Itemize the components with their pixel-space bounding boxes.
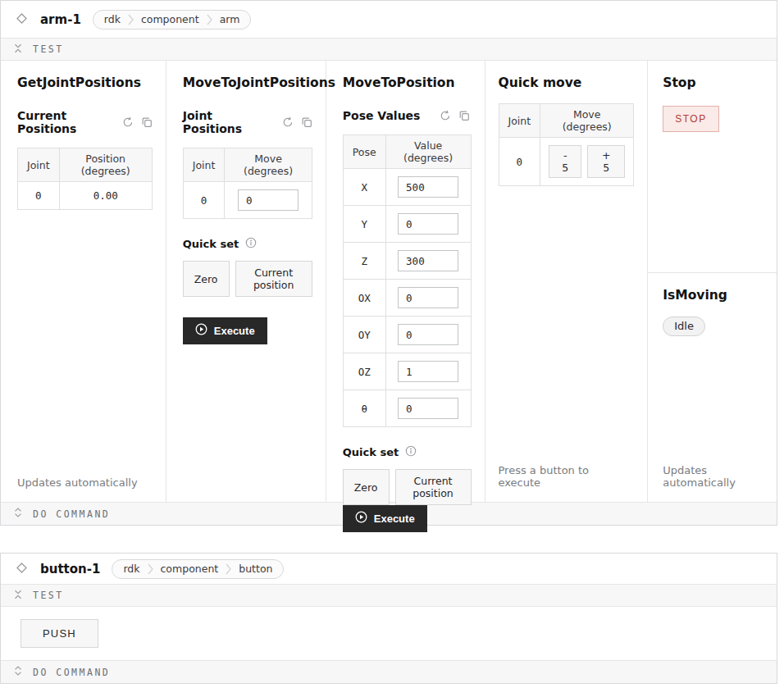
- table-row: 0 - 5 + 5: [499, 138, 634, 186]
- stop-ismoving-panel: Stop STOP IsMoving Idle Updates automati…: [648, 61, 777, 502]
- breadcrumb: rdk component arm: [93, 10, 252, 30]
- column-header: Move (degrees): [540, 104, 634, 138]
- pose-oy-input[interactable]: [398, 324, 458, 345]
- pose-label: Y: [343, 206, 385, 243]
- panel-title: GetJointPositions: [17, 75, 141, 90]
- pose-label: X: [343, 169, 385, 206]
- panel-title: MoveToPosition: [343, 75, 455, 90]
- component-name: button-1: [40, 562, 100, 576]
- column-header: Position (degrees): [59, 148, 152, 182]
- zero-button[interactable]: Zero: [343, 469, 390, 505]
- breadcrumb-item: arm: [220, 13, 240, 25]
- panel-title: Quick move: [499, 75, 582, 90]
- move-plus-5-button[interactable]: + 5: [587, 145, 625, 178]
- arm-card-header: arm-1 rdk component arm: [1, 1, 777, 38]
- table-title: Joint Positions: [183, 109, 262, 135]
- pose-label: θ: [343, 390, 385, 427]
- refresh-icon[interactable]: [440, 110, 451, 121]
- pose-theta-input[interactable]: [398, 398, 458, 419]
- table-row: Y: [343, 206, 471, 243]
- auto-update-note: Updates automatically: [663, 464, 763, 489]
- info-icon[interactable]: [405, 445, 417, 459]
- execute-button[interactable]: Execute: [343, 505, 427, 532]
- is-moving-section: IsMoving Idle Updates automatically: [648, 273, 777, 502]
- collapse-icon[interactable]: [13, 43, 23, 56]
- chevron-right-icon: [226, 563, 231, 575]
- column-header: Value (degrees): [385, 135, 471, 169]
- pose-label: OY: [343, 317, 385, 353]
- test-section-label: TEST: [33, 43, 64, 55]
- info-icon[interactable]: [245, 237, 257, 251]
- breadcrumb-item: component: [161, 563, 219, 575]
- move-minus-5-button[interactable]: - 5: [549, 145, 581, 178]
- move-to-position-panel: MoveToPosition Pose Values Pose Value (d…: [326, 61, 485, 502]
- chevron-right-icon: [207, 14, 212, 25]
- current-position-button[interactable]: Current position: [395, 469, 472, 505]
- component-name: arm-1: [40, 12, 81, 27]
- column-header: Pose: [343, 135, 385, 169]
- pose-label: OX: [343, 280, 385, 317]
- move-to-joint-positions-panel: MoveToJointPositions Joint Positions Joi…: [166, 61, 326, 502]
- button-component-card: button-1 rdk component button TEST PUSH …: [0, 553, 777, 684]
- table-row: 0 0.00: [18, 182, 153, 210]
- test-section-bar[interactable]: TEST: [1, 38, 777, 61]
- table-row: θ: [343, 390, 471, 427]
- pose-y-input[interactable]: [398, 213, 458, 235]
- button-test-panel: PUSH: [1, 607, 777, 660]
- stop-section: Stop STOP: [648, 61, 777, 273]
- diamond-icon: [15, 561, 29, 577]
- pose-label: OZ: [343, 353, 385, 390]
- breadcrumb-item: rdk: [123, 563, 139, 575]
- column-header: Joint: [183, 148, 225, 182]
- arm-test-panels: GetJointPositions Current Positions Join…: [1, 61, 777, 502]
- table-row: OY: [343, 317, 471, 353]
- pose-oz-input[interactable]: [398, 361, 458, 382]
- do-command-section-label: DO COMMAND: [33, 508, 110, 520]
- joint-index: 0: [18, 182, 60, 210]
- table-title: Pose Values: [343, 109, 421, 122]
- panel-title: IsMoving: [663, 288, 727, 303]
- copy-icon[interactable]: [141, 116, 153, 128]
- chevron-right-icon: [148, 563, 153, 575]
- quick-move-table: Joint Move (degrees) 0 - 5 + 5: [499, 103, 635, 186]
- breadcrumb-item: rdk: [104, 13, 121, 25]
- zero-button[interactable]: Zero: [183, 261, 230, 297]
- pose-z-input[interactable]: [398, 250, 458, 271]
- stop-button[interactable]: STOP: [663, 106, 718, 132]
- expand-icon[interactable]: [13, 508, 23, 520]
- joint-move-input[interactable]: [238, 189, 299, 211]
- execute-button[interactable]: Execute: [183, 317, 267, 344]
- pose-x-input[interactable]: [398, 176, 458, 198]
- pose-values-table: Pose Value (degrees) X Y Z: [343, 134, 472, 427]
- joint-index: 0: [183, 182, 225, 219]
- pose-ox-input[interactable]: [398, 287, 458, 308]
- push-button[interactable]: PUSH: [21, 619, 98, 648]
- breadcrumb: rdk component button: [112, 559, 284, 579]
- moving-status-badge: Idle: [663, 317, 705, 336]
- button-card-header: button-1 rdk component button: [1, 554, 777, 584]
- column-header: Joint: [18, 148, 60, 182]
- auto-update-note: Updates automatically: [17, 476, 138, 489]
- do-command-section-bar[interactable]: DO COMMAND: [1, 660, 777, 683]
- joint-positions-table: Joint Move (degrees) 0: [183, 148, 312, 219]
- do-command-section-label: DO COMMAND: [33, 667, 110, 678]
- expand-icon[interactable]: [13, 666, 23, 678]
- copy-icon[interactable]: [301, 116, 312, 128]
- quick-set-label: Quick set: [183, 238, 239, 250]
- column-header: Move (degrees): [225, 148, 312, 182]
- chevron-right-icon: [128, 14, 134, 25]
- collapse-icon[interactable]: [13, 590, 23, 602]
- panel-title: Stop: [663, 75, 695, 90]
- table-row: 0: [183, 182, 312, 219]
- refresh-icon[interactable]: [122, 116, 134, 128]
- breadcrumb-item: component: [141, 13, 199, 25]
- copy-icon[interactable]: [458, 110, 470, 121]
- current-position-button[interactable]: Current position: [235, 261, 312, 297]
- table-row: X: [343, 169, 471, 206]
- play-icon: [355, 511, 367, 526]
- play-icon: [195, 323, 207, 338]
- test-section-bar[interactable]: TEST: [1, 584, 777, 607]
- refresh-icon[interactable]: [282, 116, 294, 128]
- joint-position-value: 0.00: [59, 182, 152, 210]
- quick-move-panel: Quick move Joint Move (degrees) 0 - 5: [485, 61, 649, 502]
